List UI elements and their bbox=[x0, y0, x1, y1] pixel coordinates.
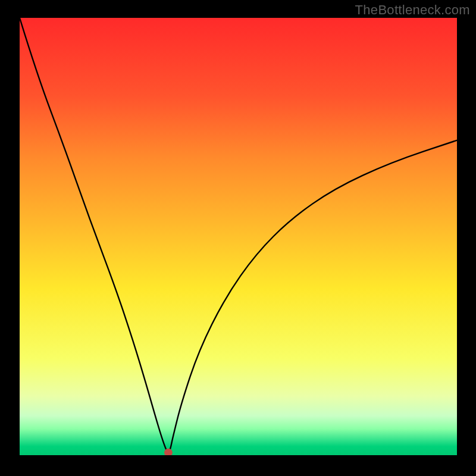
chart-frame: TheBottleneck.com bbox=[0, 0, 476, 476]
watermark-text: TheBottleneck.com bbox=[355, 2, 470, 18]
chart-svg bbox=[20, 18, 457, 455]
bottleneck-curve bbox=[20, 18, 457, 452]
plot-area bbox=[20, 18, 457, 455]
